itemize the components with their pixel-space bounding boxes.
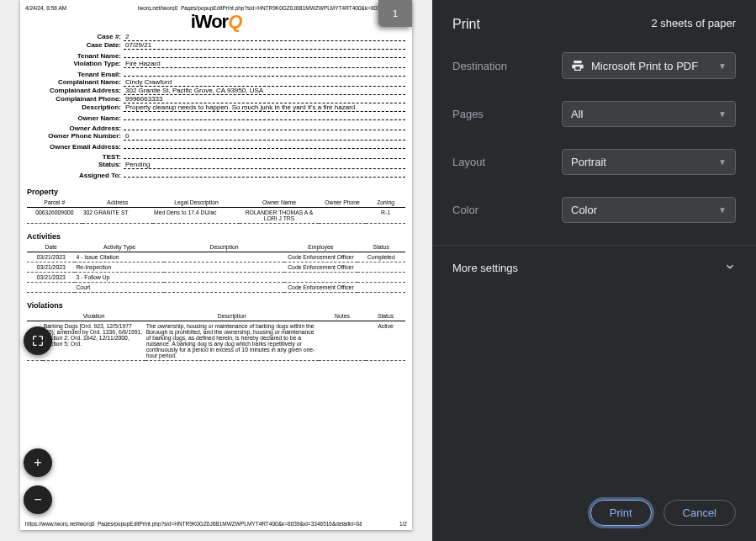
- preview-timestamp: 4/24/24, 8:58 AM: [25, 5, 66, 11]
- field-value: 0: [124, 132, 405, 141]
- chevron-down-icon: [724, 261, 736, 275]
- case-fields: Case #:2Case Date:07/29/21Tenant Name:Vi…: [20, 33, 412, 179]
- field-row: Owner Address:: [27, 122, 405, 132]
- table-cell: Active: [366, 321, 405, 361]
- table-header: Status: [357, 242, 405, 252]
- table-cell: 03/21/2023: [27, 273, 75, 283]
- preview-scroll-area[interactable]: 1 4/24/24, 8:58 AM iworq.net/iworq0_Page…: [0, 0, 432, 541]
- logo-accent: Q: [228, 11, 241, 32]
- field-value: [124, 50, 405, 58]
- table-cell: [319, 208, 366, 224]
- field-value: 2: [124, 33, 405, 41]
- color-label: Color: [452, 204, 562, 216]
- table-cell: 03/21/2023: [27, 252, 75, 263]
- zoom-in-button[interactable]: +: [24, 448, 52, 477]
- field-label: TEST:: [27, 153, 124, 161]
- table-row: Barking Dogs [Ord. 923, 12/5/1977 (30); …: [27, 321, 405, 361]
- printer-icon: [571, 59, 584, 72]
- table-cell: ROLANDER THOMAS A & LORI J TRS: [240, 208, 319, 224]
- field-row: Owner Phone Number:0: [27, 132, 405, 141]
- chevron-down-icon: ▼: [718, 157, 727, 167]
- table-cell: R-1: [366, 208, 405, 224]
- field-label: Case #:: [27, 33, 124, 40]
- color-select[interactable]: Color ▼: [562, 197, 736, 223]
- table-cell: [27, 283, 75, 293]
- section-violations-title: Violations: [20, 293, 412, 311]
- field-label: Violation Type:: [27, 60, 124, 67]
- color-value: Color: [571, 204, 597, 216]
- field-row: Case Date:07/29/21: [27, 41, 405, 50]
- table-cell: Code Enforcement Officer: [284, 252, 357, 263]
- field-label: Tenant Email:: [27, 71, 124, 78]
- layout-value: Portrait: [571, 156, 606, 168]
- field-row: Owner Name:: [27, 112, 405, 122]
- table-cell: 006326009000: [27, 208, 82, 224]
- field-label: Tenant Name:: [27, 52, 124, 60]
- destination-value: Microsoft Print to PDF: [591, 60, 698, 72]
- destination-select[interactable]: Microsoft Print to PDF ▼: [562, 52, 736, 79]
- table-row: CourtCode Enforcement Officer: [27, 283, 405, 293]
- chevron-down-icon: ▼: [718, 109, 727, 119]
- sheet-count: 2 sheets of paper: [652, 17, 736, 32]
- table-cell: 3 - Follow Up: [75, 273, 163, 283]
- table-header: Violation: [43, 311, 145, 321]
- preview-header-url: iworq.net/iworq0_Pages/popupEditPrint.ph…: [138, 5, 407, 11]
- print-dialog: Print 2 sheets of paper Destination Micr…: [432, 0, 756, 541]
- table-row: 03/21/2023Re-InspectionCode Enforcement …: [27, 263, 405, 273]
- field-value: Cindy Crawford: [124, 78, 405, 87]
- field-value: Property cleanup needs to happen. So muc…: [124, 103, 405, 112]
- field-value: [124, 112, 405, 120]
- table-cell: Code Enforcement Officer: [284, 263, 357, 273]
- table-cell: [319, 321, 366, 361]
- more-settings-toggle[interactable]: More settings: [432, 245, 756, 290]
- more-settings-label: More settings: [452, 262, 518, 274]
- field-label: Description:: [27, 103, 124, 111]
- preview-page: 1 4/24/24, 8:58 AM iworq.net/iworq0_Page…: [20, 0, 412, 530]
- cancel-button[interactable]: Cancel: [663, 500, 736, 526]
- field-row: Complainant Name:Cindy Crawford: [27, 78, 405, 87]
- table-row: 03/21/20233 - Follow Up: [27, 273, 405, 283]
- zoom-out-button[interactable]: −: [24, 485, 52, 514]
- table-header: Legal Description: [153, 198, 240, 208]
- table-header: Notes: [319, 311, 366, 321]
- field-value: [124, 151, 405, 159]
- table-header: Employee: [284, 242, 357, 252]
- field-row: Description:Property cleanup needs to ha…: [27, 103, 405, 112]
- table-cell: The ownership, housing or maintenance of…: [145, 321, 319, 361]
- table-cell: Med Dens to 17.4 DU/ac: [153, 208, 240, 224]
- print-button[interactable]: Print: [590, 500, 652, 526]
- fit-to-page-button[interactable]: [24, 326, 52, 355]
- table-cell: [164, 283, 285, 293]
- field-value: Fire Hazard: [124, 60, 405, 68]
- field-row: Violation Type:Fire Hazard: [27, 60, 405, 68]
- violations-table: ViolationDescriptionNotesStatus Barking …: [27, 311, 405, 361]
- preview-footer-url: https://www.iworq.net/iworq0_Pages/popup…: [25, 521, 362, 527]
- table-header: Owner Phone: [319, 198, 366, 208]
- table-header: Description: [164, 242, 285, 252]
- table-header: Date: [27, 242, 75, 252]
- table-cell: 302 GRANITE ST: [82, 208, 153, 224]
- field-value: [124, 141, 405, 149]
- field-row: Complainant Address:302 Granite St, Paci…: [27, 87, 405, 95]
- preview-page-indicator: 1/2: [399, 521, 407, 527]
- section-property-title: Property: [20, 179, 412, 198]
- field-row: Case #:2: [27, 33, 405, 41]
- field-row: Tenant Name:: [27, 50, 405, 60]
- table-cell: [164, 273, 285, 283]
- table-row: 006326009000302 GRANITE STMed Dens to 17…: [27, 208, 405, 224]
- dialog-title: Print: [452, 17, 480, 32]
- pages-select[interactable]: All ▼: [562, 101, 736, 127]
- layout-select[interactable]: Portrait ▼: [562, 149, 736, 175]
- field-value: 9996663333: [124, 95, 405, 103]
- field-label: Owner Address:: [27, 125, 124, 132]
- field-label: Assigned To:: [27, 172, 124, 179]
- pages-value: All: [571, 108, 583, 120]
- table-cell: [357, 283, 405, 293]
- field-label: Status:: [27, 161, 124, 168]
- table-header: Description: [145, 311, 319, 321]
- activities-table: DateActivity TypeDescriptionEmployeeStat…: [27, 242, 405, 293]
- field-value: 07/29/21: [124, 41, 405, 50]
- table-cell: 4 - Issue Citation: [75, 252, 163, 263]
- table-cell: [357, 273, 405, 283]
- page-number-badge: 1: [378, 0, 412, 27]
